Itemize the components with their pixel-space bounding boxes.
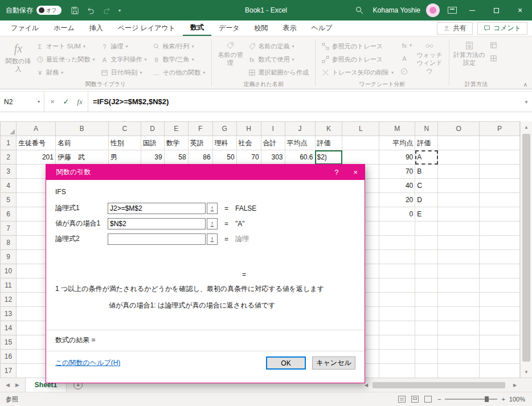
cell-M8[interactable] — [379, 236, 415, 250]
cell-M4[interactable]: 40 — [379, 179, 415, 193]
zoom-out-icon[interactable]: − — [437, 396, 441, 403]
tab-help[interactable]: ヘルプ — [304, 20, 340, 36]
cell-I2[interactable]: 303 — [261, 150, 285, 165]
cell-N12[interactable] — [415, 293, 438, 307]
cell-O10[interactable] — [438, 264, 480, 278]
calculate-now-button[interactable] — [488, 39, 500, 52]
cancel-entry-icon[interactable]: × — [46, 97, 59, 106]
vertical-scrollbar[interactable]: ▲ ▼ — [520, 121, 532, 378]
cell-P8[interactable] — [480, 236, 520, 250]
comments-button[interactable]: コメント — [477, 22, 527, 35]
cell-A1[interactable]: 生徒番号 — [16, 136, 55, 150]
horizontal-scroll-thumb[interactable] — [373, 382, 505, 388]
zoom-slider-thumb[interactable] — [485, 396, 489, 402]
col-header-O[interactable]: O — [438, 122, 480, 136]
cell-O6[interactable] — [438, 207, 480, 222]
cell-H1[interactable]: 社会 — [236, 136, 261, 150]
zoom-level[interactable]: 100% — [509, 396, 525, 403]
name-box-dropdown-icon[interactable]: ▾ — [38, 99, 40, 104]
lookup-reference-button[interactable]: 検索/行列▾ — [150, 40, 208, 53]
expand-formula-bar-icon[interactable]: ▾ — [521, 92, 532, 112]
cell-P15[interactable] — [480, 335, 520, 350]
use-in-formula-button[interactable]: fx 数式で使用▾ — [245, 53, 312, 66]
cell-M1[interactable]: 平均点 — [379, 136, 415, 150]
tab-formulas[interactable]: 数式 — [183, 20, 211, 36]
cell-N4[interactable]: C — [415, 179, 438, 193]
cell-O9[interactable] — [438, 250, 480, 264]
col-header-M[interactable]: M — [379, 122, 415, 136]
cell-P9[interactable] — [480, 250, 520, 264]
row-header-4[interactable]: 4 — [1, 179, 17, 193]
cell-P7[interactable] — [480, 222, 520, 236]
cell-P12[interactable] — [480, 293, 520, 307]
user-name[interactable]: Kohama Yoshie — [373, 6, 420, 14]
name-manager-button[interactable]: 名前の管理 — [215, 39, 245, 67]
tab-file[interactable]: ファイル — [3, 20, 46, 36]
page-break-view-icon[interactable] — [424, 396, 432, 403]
redo-icon[interactable] — [103, 6, 111, 15]
cell-N11[interactable] — [415, 278, 438, 293]
tab-view[interactable]: 表示 — [276, 20, 304, 36]
cell-M10[interactable] — [379, 264, 415, 278]
row-header-13[interactable]: 13 — [1, 307, 17, 321]
horizontal-scrollbar[interactable]: ◀ ▶ — [361, 378, 532, 392]
trace-dependents-button[interactable]: 参照先のトレース — [319, 53, 396, 66]
col-header-P[interactable]: P — [480, 122, 520, 136]
cell-L2[interactable] — [342, 150, 379, 165]
date-time-button[interactable]: 日付/時刻▾ — [98, 66, 150, 79]
undo-icon[interactable] — [87, 6, 95, 15]
cell-I1[interactable]: 合計 — [261, 136, 285, 150]
col-header-H[interactable]: H — [236, 122, 261, 136]
cell-M7[interactable] — [379, 222, 415, 236]
row-header-15[interactable]: 15 — [1, 335, 17, 350]
cell-N9[interactable] — [415, 250, 438, 264]
cell-P10[interactable] — [480, 264, 520, 278]
cell-P17[interactable] — [480, 364, 520, 378]
col-header-J[interactable]: J — [285, 122, 315, 136]
cell-F2[interactable]: 86 — [188, 150, 212, 165]
col-header-E[interactable]: E — [164, 122, 188, 136]
cell-N7[interactable] — [415, 222, 438, 236]
cell-E1[interactable]: 数学 — [164, 136, 188, 150]
cell-M13[interactable] — [379, 307, 415, 321]
autosum-button[interactable]: Σ オート SUM▾ — [33, 40, 98, 53]
argument-input-logical2[interactable] — [108, 233, 206, 245]
col-header-N[interactable]: N — [415, 122, 438, 136]
cell-M11[interactable] — [379, 278, 415, 293]
tab-data[interactable]: データ — [211, 20, 247, 36]
cell-P11[interactable] — [480, 278, 520, 293]
recent-functions-button[interactable]: 最近使った関数▾ — [33, 53, 98, 66]
col-header-F[interactable]: F — [188, 122, 212, 136]
zoom-in-icon[interactable]: + — [501, 396, 505, 403]
cell-C2[interactable]: 男 — [108, 150, 141, 165]
cell-H2[interactable]: 70 — [236, 150, 261, 165]
cell-N6[interactable]: E — [415, 207, 438, 222]
col-header-I[interactable]: I — [261, 122, 285, 136]
cell-O12[interactable] — [438, 293, 480, 307]
cell-N17[interactable] — [415, 364, 438, 378]
cell-P13[interactable] — [480, 307, 520, 321]
cancel-button[interactable]: キャンセル — [312, 356, 355, 370]
cell-D2[interactable]: 39 — [141, 150, 164, 165]
collapse-ribbon-icon[interactable]: ∧ — [523, 81, 527, 88]
cell-K1[interactable]: 評価 — [315, 136, 342, 150]
cell-O2[interactable] — [438, 150, 480, 165]
cell-M2[interactable]: 90 — [379, 150, 415, 165]
col-header-L[interactable]: L — [342, 122, 379, 136]
col-header-G[interactable]: G — [212, 122, 236, 136]
save-icon[interactable] — [71, 6, 79, 15]
row-header-14[interactable]: 14 — [1, 321, 17, 335]
normal-view-icon[interactable] — [398, 396, 406, 403]
cell-N13[interactable] — [415, 307, 438, 321]
cell-P2[interactable] — [480, 150, 520, 165]
share-button[interactable]: 共有 — [437, 22, 473, 35]
col-header-A[interactable]: A — [16, 122, 55, 136]
select-all-corner[interactable] — [1, 122, 17, 136]
collapse-dialog-icon[interactable]: ↑ — [207, 218, 218, 229]
tab-home[interactable]: ホーム — [46, 20, 82, 36]
cell-P4[interactable] — [480, 179, 520, 193]
cell-M6[interactable]: 0 — [379, 207, 415, 222]
financial-button[interactable]: ¥ 財務▾ — [33, 66, 98, 79]
avatar[interactable] — [426, 3, 440, 17]
collapse-dialog-icon[interactable]: ↑ — [207, 203, 218, 214]
